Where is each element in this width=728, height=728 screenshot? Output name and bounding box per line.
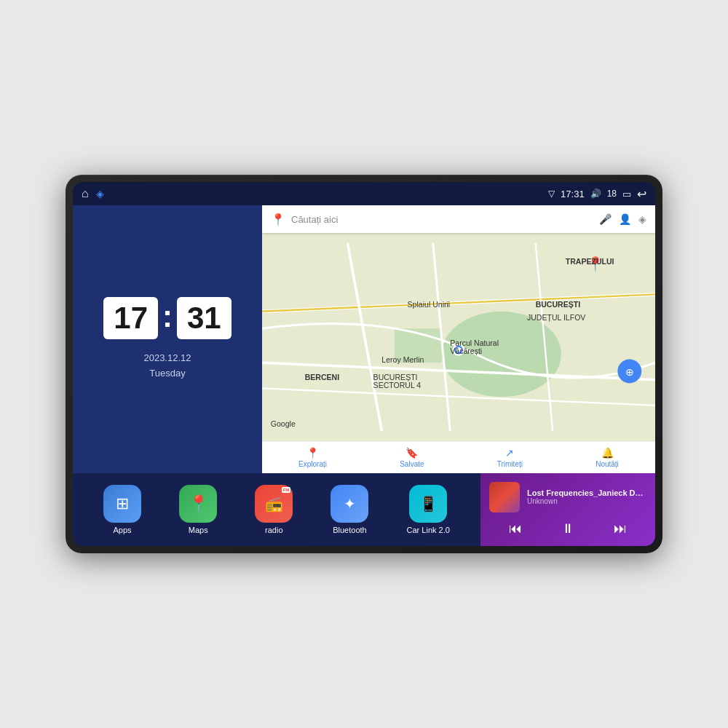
clock-date: 2023.12.12 Tuesday	[143, 351, 191, 381]
carlink-icon: 📱	[409, 485, 447, 523]
explore-icon: 📍	[306, 447, 319, 459]
bottom-section: ⊞ Apps 📍 Maps 📻 FM	[73, 473, 655, 546]
clock-colon: :	[162, 299, 173, 334]
music-thumbnail	[489, 482, 520, 513]
map-svg: 📍 TRAPEZULUI BUCUREȘTI JUDEȚUL ILFOV BER…	[262, 233, 655, 441]
app-item-maps[interactable]: 📍 Maps	[179, 485, 217, 534]
svg-text:Văcărești: Văcărești	[450, 347, 482, 355]
layers-icon[interactable]: ◈	[638, 213, 646, 225]
map-nav-news[interactable]: 🔔 Noutăți	[596, 447, 619, 468]
music-info: Lost Frequencies_Janieck Devy-... Unknow…	[489, 482, 646, 513]
maps-label: Maps	[189, 526, 208, 534]
svg-text:SECTORUL 4: SECTORUL 4	[373, 381, 422, 389]
maps-icon[interactable]: ◈	[96, 188, 104, 199]
app-item-apps[interactable]: ⊞ Apps	[103, 485, 141, 534]
prev-button[interactable]: ⏮	[503, 520, 528, 538]
map-body[interactable]: 📍 TRAPEZULUI BUCUREȘTI JUDEȚUL ILFOV BER…	[262, 233, 655, 441]
map-pin-icon: 📍	[271, 213, 285, 226]
map-nav-explore[interactable]: 📍 Explorați	[298, 447, 327, 468]
map-nav-send[interactable]: ↗ Trimiteți	[497, 447, 523, 468]
play-pause-button[interactable]: ⏸	[555, 520, 580, 538]
music-title: Lost Frequencies_Janieck Devy-...	[527, 488, 646, 497]
music-thumb-image	[489, 482, 520, 513]
map-search-bar[interactable]: 📍 Căutați aici 🎤 👤 ◈	[262, 205, 655, 233]
carlink-label: Car Link 2.0	[407, 526, 450, 534]
battery-level: 18	[607, 189, 617, 199]
apps-icon: ⊞	[103, 485, 141, 523]
apps-label: Apps	[114, 526, 132, 534]
app-item-radio[interactable]: 📻 FM radio	[255, 485, 293, 534]
svg-text:Google: Google	[271, 419, 296, 428]
app-item-carlink[interactable]: 📱 Car Link 2.0	[407, 485, 450, 534]
map-bottom-nav: 📍 Explorați 🔖 Salvate ↗ Trimiteți 🔔	[262, 441, 655, 473]
send-icon: ↗	[505, 447, 514, 459]
clock-minute: 31	[177, 297, 232, 339]
svg-text:Splaiul Unirii: Splaiul Unirii	[408, 300, 451, 309]
music-player: Lost Frequencies_Janieck Devy-... Unknow…	[480, 473, 655, 546]
clock-widget: 17 : 31 2023.12.12 Tuesday	[73, 205, 262, 473]
main-content: 17 : 31 2023.12.12 Tuesday 📍 Căutați aic…	[73, 205, 655, 546]
map-nav-saved[interactable]: 🔖 Salvate	[400, 447, 424, 468]
home-icon[interactable]: ⌂	[82, 187, 89, 200]
avatar-icon[interactable]: 👤	[619, 213, 631, 225]
bluetooth-label: Bluetooth	[333, 526, 366, 534]
svg-text:BERCENI: BERCENI	[305, 373, 340, 381]
radio-label: radio	[265, 526, 282, 534]
music-text: Lost Frequencies_Janieck Devy-... Unknow…	[527, 488, 646, 505]
svg-text:Leroy Merlin: Leroy Merlin	[381, 355, 424, 364]
clock-hour: 17	[103, 297, 158, 339]
svg-text:⊕: ⊕	[625, 366, 634, 378]
mic-icon[interactable]: 🎤	[599, 213, 612, 225]
clock-display: 17 : 31	[103, 297, 231, 339]
map-widget[interactable]: 📍 Căutați aici 🎤 👤 ◈	[262, 205, 655, 473]
music-artist: Unknown	[527, 497, 646, 505]
news-icon: 🔔	[601, 447, 614, 459]
top-section: 17 : 31 2023.12.12 Tuesday 📍 Căutați aic…	[73, 205, 655, 473]
status-bar: ⌂ ◈ ▽ 17:31 🔊 18 ▭ ↩	[73, 182, 655, 205]
svg-text:JUDEȚUL ILFOV: JUDEȚUL ILFOV	[527, 313, 585, 322]
status-bar-right: ▽ 17:31 🔊 18 ▭ ↩	[548, 187, 646, 201]
maps-app-icon: 📍	[179, 485, 217, 523]
saved-icon: 🔖	[405, 447, 418, 459]
volume-icon: 🔊	[590, 189, 601, 199]
app-item-bluetooth[interactable]: ✦ Bluetooth	[331, 485, 368, 534]
signal-icon: ▽	[548, 189, 555, 199]
map-search-icons: 🎤 👤 ◈	[599, 213, 646, 225]
status-time: 17:31	[561, 189, 585, 199]
radio-icon: 📻 FM	[255, 485, 293, 523]
bluetooth-icon: ✦	[331, 485, 368, 523]
next-button[interactable]: ⏭	[608, 520, 633, 538]
device-frame: ⌂ ◈ ▽ 17:31 🔊 18 ▭ ↩ 17 :	[66, 175, 662, 553]
app-shortcuts: ⊞ Apps 📍 Maps 📻 FM	[73, 473, 480, 546]
music-controls: ⏮ ⏸ ⏭	[489, 520, 646, 538]
svg-text:Parcul Natural: Parcul Natural	[450, 339, 499, 347]
status-bar-left: ⌂ ◈	[82, 187, 104, 200]
screen: ⌂ ◈ ▽ 17:31 🔊 18 ▭ ↩ 17 :	[73, 182, 655, 546]
map-search-input[interactable]: Căutați aici	[291, 214, 593, 225]
battery-icon: ▭	[622, 189, 631, 199]
svg-text:BUCUREȘTI: BUCUREȘTI	[536, 300, 581, 309]
svg-text:TRAPEZULUI: TRAPEZULUI	[566, 257, 614, 266]
back-icon[interactable]: ↩	[637, 187, 646, 201]
svg-text:BUCUREȘTI: BUCUREȘTI	[373, 373, 418, 381]
